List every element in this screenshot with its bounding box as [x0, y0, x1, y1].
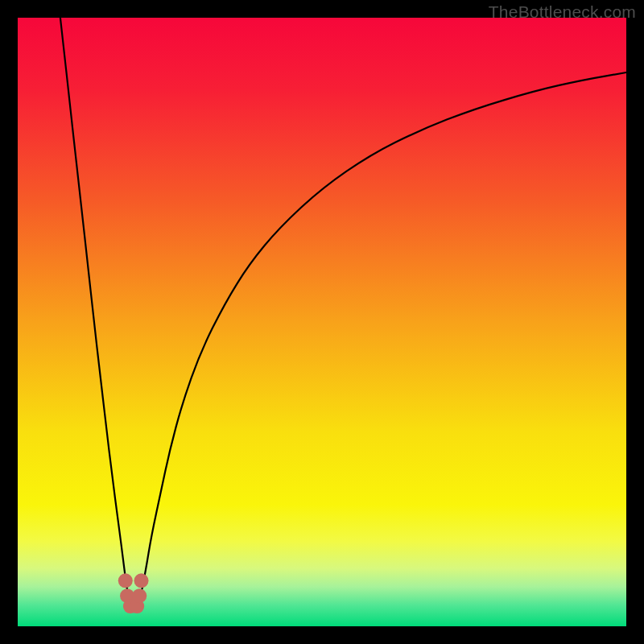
min-marker: [132, 588, 147, 603]
chart-frame: TheBottleneck.com: [0, 0, 644, 644]
bottleneck-curve: [18, 18, 626, 626]
plot-area: [18, 18, 626, 626]
min-marker: [134, 573, 149, 588]
watermark-label: TheBottleneck.com: [489, 2, 636, 22]
curve-path: [60, 18, 626, 608]
min-marker: [118, 573, 133, 588]
